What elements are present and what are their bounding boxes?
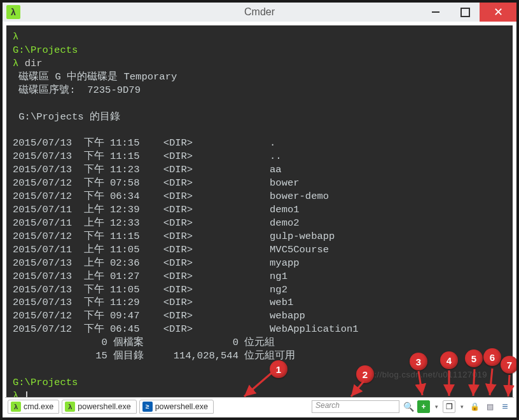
console-tab[interactable]: ≥powershell.exe: [139, 400, 214, 414]
dir-row: 2015/07/11 上午 12:39 <DIR> demo1: [13, 203, 506, 217]
dir-row: 2015/07/13 下午 11:29 <DIR> web1: [13, 296, 506, 309]
lambda-icon: λ: [65, 402, 75, 412]
app-icon: λ: [6, 5, 20, 19]
callout-2: 2: [356, 365, 374, 383]
console-tab[interactable]: λcmd.exe: [8, 400, 59, 414]
lambda-icon: λ: [11, 402, 21, 412]
tab-label: powershell.exe: [155, 402, 208, 411]
callout-7: 7: [501, 356, 518, 374]
callout-4: 4: [440, 351, 458, 369]
dir-row: 2015/07/11 上午 12:33 <DIR> demo2: [13, 217, 506, 230]
tabbar: λcmd.exeλpowershell.exe≥powershell.exe 🔍…: [5, 397, 514, 415]
titlebar: λ Cmder ✕: [3, 3, 516, 22]
command-text: dir: [25, 58, 43, 69]
search-icon[interactable]: 🔍: [402, 400, 415, 413]
window-title: Cmder: [244, 6, 275, 18]
terminal[interactable]: λ G:\Projects λ dir 磁碟區 G 中的磁碟是 Temporar…: [3, 22, 516, 400]
minimize-button[interactable]: [421, 3, 450, 22]
summary-files: 0 個檔案 0 位元組: [13, 336, 506, 349]
dir-row: 2015/07/13 下午 11:15 <DIR> ..: [13, 150, 506, 163]
search-input[interactable]: [312, 400, 399, 413]
dir-row: 2015/07/12 下午 09:47 <DIR> webapp: [13, 309, 506, 323]
window-split-dropdown[interactable]: ▾: [458, 400, 466, 413]
lock-icon[interactable]: 🔒: [468, 400, 481, 413]
close-button[interactable]: ✕: [480, 3, 516, 22]
maximize-button[interactable]: [450, 3, 480, 22]
callout-6: 6: [483, 348, 501, 366]
close-icon: ✕: [494, 5, 503, 19]
prompt-path: G:\Projects: [13, 44, 78, 56]
volume-line-1: 磁碟區 G 中的磁碟是 Temporary: [13, 71, 506, 84]
dir-row: 2015/07/13 下午 11:23 <DIR> aa: [13, 163, 506, 177]
dir-row: 2015/07/13 下午 11:15 <DIR> .: [13, 137, 506, 150]
new-tab-dropdown[interactable]: ▾: [432, 400, 440, 413]
tab-label: powershell.exe: [78, 402, 130, 411]
menu-icon[interactable]: ≡: [499, 400, 511, 413]
dir-row: 2015/07/13 上午 02:36 <DIR> myapp: [13, 257, 506, 270]
console-tab[interactable]: λpowershell.exe: [62, 400, 136, 414]
callout-1: 1: [270, 360, 287, 378]
prompt-path-2: G:\Projects: [13, 377, 78, 388]
prompt-lambda-2: λ: [13, 58, 18, 69]
summary-dirs: 15 個目錄 114,028,544 位元組可用: [13, 349, 506, 363]
dir-row: 2015/07/12 下午 11:15 <DIR> gulp-webapp: [13, 230, 506, 243]
callout-3: 3: [410, 353, 427, 370]
dir-row: 2015/07/13 上午 01:27 <DIR> ng1: [13, 270, 506, 283]
callout-5: 5: [465, 349, 483, 367]
watermark: http://blog.csdn.net/u011127019: [359, 369, 487, 381]
dir-row: 2015/07/12 下午 06:45 <DIR> WebApplication…: [13, 323, 506, 336]
dir-listing: 2015/07/13 下午 11:15 <DIR> .2015/07/13 下午…: [13, 137, 506, 336]
notes-icon[interactable]: ▤: [483, 400, 496, 413]
tab-label: cmd.exe: [24, 402, 53, 411]
new-tab-button[interactable]: +: [417, 400, 430, 413]
dir-row: 2015/07/13 下午 11:05 <DIR> ng2: [13, 283, 506, 297]
dir-heading: G:\Projects 的目錄: [13, 111, 506, 124]
window-controls: ✕: [421, 3, 516, 22]
dir-row: 2015/07/12 下午 06:34 <DIR> bower-demo: [13, 190, 506, 203]
prompt-lambda: λ: [13, 31, 18, 43]
volume-line-2: 磁碟區序號: 7235-9D79: [13, 84, 506, 97]
powershell-icon: ≥: [142, 402, 153, 412]
dir-row: 2015/07/12 下午 07:58 <DIR> bower: [13, 177, 506, 190]
dir-row: 2015/07/11 上午 11:05 <DIR> MVC5Course: [13, 243, 506, 257]
window-split-button[interactable]: ❐: [443, 400, 455, 413]
